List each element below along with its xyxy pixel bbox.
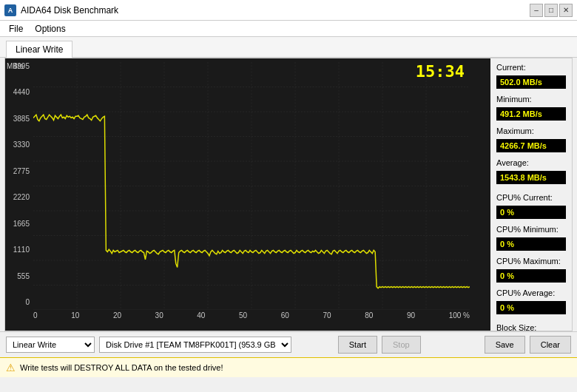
x-label-0: 0 <box>33 311 38 320</box>
start-button[interactable]: Start <box>338 336 377 354</box>
save-clear-row: Start Stop Save Clear <box>338 336 571 354</box>
x-label-20: 20 <box>113 311 121 320</box>
cpu-maximum-label: CPU% Maximum: <box>496 257 566 266</box>
x-label-90: 90 <box>407 311 415 320</box>
tab-bar: Linear Write <box>0 37 577 58</box>
y-label-0: 0 <box>7 298 32 306</box>
x-label-40: 40 <box>197 311 205 320</box>
chart-inner <box>33 62 470 310</box>
y-label-555: 555 <box>7 272 32 280</box>
y-label-1665: 1665 <box>7 220 32 228</box>
cpu-current-label: CPU% Current: <box>496 193 566 202</box>
average-value: 1543.8 MB/s <box>496 171 566 184</box>
disk-select[interactable]: Disk Drive #1 [TEAM TM8FPK001T] (953.9 G… <box>99 337 291 353</box>
bottom-bar: Linear Write Disk Drive #1 [TEAM TM8FPK0… <box>0 331 577 377</box>
menu-file[interactable]: File <box>3 22 29 36</box>
y-axis-labels: 4995 4440 3885 3330 2775 2220 1665 1110 … <box>5 58 33 310</box>
warning-text: Write tests will DESTROY ALL DATA on the… <box>20 363 223 372</box>
maximum-value: 4266.7 MB/s <box>496 139 566 152</box>
cpu-maximum-value: 0 % <box>496 269 566 283</box>
warning-icon: ⚠ <box>6 362 16 374</box>
save-button[interactable]: Save <box>485 336 525 354</box>
x-label-80: 80 <box>365 311 373 320</box>
menu-bar: File Options <box>0 21 577 37</box>
cpu-average-label: CPU% Average: <box>496 288 566 297</box>
title-controls[interactable]: – □ ✕ <box>530 4 573 17</box>
close-button[interactable]: ✕ <box>559 4 573 17</box>
title-bar-left: A AIDA64 Disk Benchmark <box>4 4 118 16</box>
y-label-2775: 2775 <box>7 167 32 175</box>
current-value: 502.0 MB/s <box>496 75 566 89</box>
x-label-50: 50 <box>239 311 247 320</box>
chart-area: MB/s 15:34 4995 4440 3885 3330 2775 2220… <box>5 58 490 331</box>
x-axis-labels: 0 10 20 30 40 50 60 70 80 90 100 % <box>33 310 470 331</box>
x-label-100: 100 % <box>449 311 470 320</box>
window-title: AIDA64 Disk Benchmark <box>21 5 118 16</box>
y-label-3885: 3885 <box>7 115 32 123</box>
y-label-4440: 4440 <box>7 88 32 96</box>
x-label-30: 30 <box>155 311 163 320</box>
app-icon: A <box>4 4 16 16</box>
cpu-average-value: 0 % <box>496 301 566 314</box>
y-label-4995: 4995 <box>7 62 32 70</box>
cpu-minimum-label: CPU% Minimum: <box>496 225 566 234</box>
main-content: MB/s 15:34 4995 4440 3885 3330 2775 2220… <box>4 58 573 331</box>
test-type-select[interactable]: Linear Write <box>6 337 95 353</box>
y-label-1110: 1110 <box>7 246 32 254</box>
cpu-minimum-value: 0 % <box>496 237 566 251</box>
title-bar: A AIDA64 Disk Benchmark – □ ✕ <box>0 0 577 21</box>
y-label-2220: 2220 <box>7 193 32 201</box>
minimum-label: Minimum: <box>496 95 566 104</box>
clear-button[interactable]: Clear <box>530 336 571 354</box>
menu-options[interactable]: Options <box>29 22 71 36</box>
maximum-label: Maximum: <box>496 126 566 135</box>
y-label-3330: 3330 <box>7 141 32 149</box>
tab-linear-write[interactable]: Linear Write <box>6 41 72 58</box>
warning-bar: ⚠ Write tests will DESTROY ALL DATA on t… <box>0 357 577 377</box>
current-label: Current: <box>496 63 566 72</box>
x-label-10: 10 <box>71 311 79 320</box>
x-label-60: 60 <box>281 311 289 320</box>
side-panel: Current: 502.0 MB/s Minimum: 491.2 MB/s … <box>490 58 572 331</box>
minimize-button[interactable]: – <box>530 4 543 17</box>
minimum-value: 491.2 MB/s <box>496 107 566 121</box>
average-label: Average: <box>496 158 566 167</box>
x-label-70: 70 <box>323 311 331 320</box>
controls-row: Linear Write Disk Drive #1 [TEAM TM8FPK0… <box>0 331 577 357</box>
cpu-current-value: 0 % <box>496 206 566 219</box>
stop-button[interactable]: Stop <box>382 336 421 354</box>
maximize-button[interactable]: □ <box>544 4 558 17</box>
chart-svg <box>33 62 470 310</box>
